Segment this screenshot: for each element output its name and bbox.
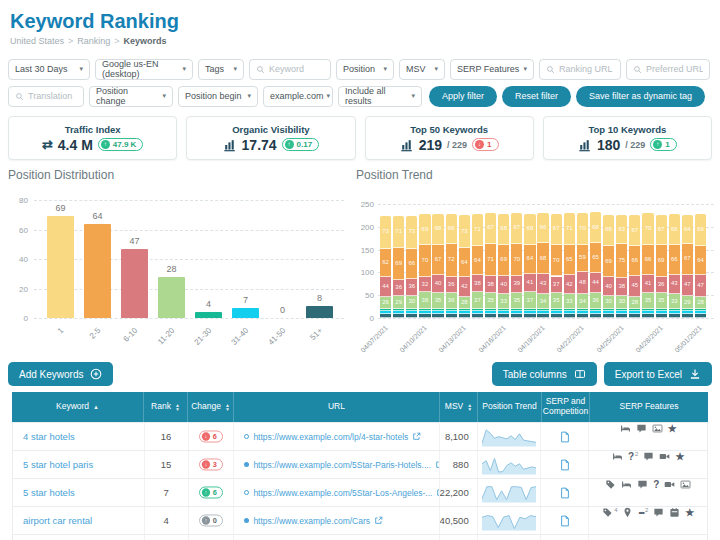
- column-header-serp-features[interactable]: SERP Features: [590, 392, 708, 422]
- trend-bar-segment[interactable]: [551, 314, 562, 318]
- include-results-select[interactable]: Include all results▾: [338, 86, 422, 107]
- trend-bar-segment[interactable]: [419, 314, 430, 318]
- trend-bar-segment[interactable]: 35: [485, 293, 496, 309]
- trend-bar-segment[interactable]: [419, 311, 430, 314]
- trend-bar-segment[interactable]: 66: [446, 214, 457, 244]
- trend-bar-segment[interactable]: 32: [419, 277, 430, 292]
- trend-bar-segment[interactable]: 71: [393, 216, 404, 248]
- trend-bar-segment[interactable]: 37: [551, 277, 562, 294]
- trend-bar-segment[interactable]: [446, 311, 457, 314]
- trend-bar-segment[interactable]: 73: [380, 216, 391, 249]
- trend-bar-segment[interactable]: 71: [564, 213, 575, 245]
- trend-bar-segment[interactable]: [485, 309, 496, 311]
- trend-bar-segment[interactable]: [629, 314, 640, 318]
- trend-bar-segment[interactable]: [669, 314, 680, 318]
- trend-bar-segment[interactable]: [577, 314, 588, 318]
- trend-bar-segment[interactable]: [629, 309, 640, 311]
- trend-bar-segment[interactable]: [577, 309, 588, 311]
- trend-bar-segment[interactable]: 36: [393, 280, 404, 296]
- trend-bar-segment[interactable]: 69: [603, 246, 614, 277]
- trend-bar-segment[interactable]: 40: [432, 275, 443, 293]
- trend-bar-segment[interactable]: [537, 309, 548, 311]
- trend-bar-segment[interactable]: [459, 311, 470, 314]
- trend-bar-segment[interactable]: [642, 309, 653, 311]
- trend-bar-segment[interactable]: 35: [642, 293, 653, 309]
- trend-bar-segment[interactable]: 75: [616, 244, 627, 278]
- trend-bar-segment[interactable]: [472, 314, 483, 318]
- keyword-link[interactable]: 5 star hotel paris: [23, 459, 93, 470]
- url-link[interactable]: https://www.example.com/5Star-Paris-Hote…: [253, 460, 431, 470]
- breadcrumb-item-ranking[interactable]: Ranking: [77, 36, 110, 46]
- trend-bar-segment[interactable]: 68: [524, 214, 535, 245]
- trend-bar-segment[interactable]: 41: [642, 275, 653, 294]
- reset-filter-button[interactable]: Reset filter: [502, 86, 571, 107]
- trend-bar-segment[interactable]: 38: [472, 275, 483, 292]
- trend-bar-segment[interactable]: 66: [629, 246, 640, 276]
- trend-bar-segment[interactable]: 69: [498, 245, 509, 276]
- trend-bar-segment[interactable]: 71: [485, 244, 496, 276]
- trend-bar-segment[interactable]: 30: [603, 296, 614, 310]
- trend-bar-segment[interactable]: 66: [537, 213, 548, 243]
- keyword-link[interactable]: airport car rental: [23, 515, 92, 526]
- trend-bar-segment[interactable]: 64: [459, 248, 470, 277]
- trend-bar-segment[interactable]: [695, 314, 706, 318]
- trend-bar-segment[interactable]: [419, 309, 430, 311]
- column-header-url[interactable]: URL: [234, 392, 440, 422]
- trend-bar-segment[interactable]: [498, 314, 509, 318]
- serp-features-select[interactable]: SERP Features▾: [450, 59, 534, 80]
- column-header-msv[interactable]: MSV▲▼: [440, 392, 478, 422]
- trend-bar-segment[interactable]: [511, 309, 522, 311]
- position-begin-select[interactable]: Position begin▾: [178, 86, 258, 107]
- search-engine-select[interactable]: Google us-EN (desktop)▾: [95, 59, 193, 80]
- serp-report-icon[interactable]: [559, 515, 571, 527]
- trend-bar-segment[interactable]: [406, 314, 417, 318]
- trend-bar-segment[interactable]: 68: [498, 214, 509, 245]
- trend-bar-segment[interactable]: 36: [406, 279, 417, 295]
- trend-bar-segment[interactable]: 33: [669, 294, 680, 309]
- trend-bar-segment[interactable]: 67: [656, 215, 667, 246]
- trend-bar-segment[interactable]: [524, 314, 535, 318]
- trend-bar-segment[interactable]: [485, 311, 496, 314]
- trend-bar-segment[interactable]: [656, 309, 667, 311]
- trend-bar-segment[interactable]: 69: [393, 248, 404, 279]
- trend-bar-segment[interactable]: 45: [629, 276, 640, 297]
- trend-bar-segment[interactable]: 68: [590, 212, 601, 243]
- trend-bar-segment[interactable]: 38: [419, 292, 430, 309]
- trend-bar-segment[interactable]: 66: [669, 245, 680, 275]
- trend-bar-segment[interactable]: 42: [564, 275, 575, 294]
- trend-bar-segment[interactable]: 68: [537, 243, 548, 274]
- trend-bar-segment[interactable]: 66: [642, 245, 653, 275]
- trend-bar-segment[interactable]: [590, 311, 601, 314]
- preferred-url-search[interactable]: [646, 64, 703, 74]
- trend-bar-segment[interactable]: [629, 311, 640, 314]
- trend-bar-segment[interactable]: 33: [564, 294, 575, 309]
- trend-bar-segment[interactable]: 73: [406, 216, 417, 249]
- trend-bar-segment[interactable]: 43: [537, 274, 548, 294]
- trend-bar-segment[interactable]: 69: [695, 214, 706, 245]
- trend-bar-segment[interactable]: 47: [682, 275, 693, 296]
- trend-bar-segment[interactable]: 28: [629, 297, 640, 310]
- column-header-position-trend[interactable]: Position Trend: [478, 392, 542, 422]
- trend-bar-segment[interactable]: [393, 314, 404, 318]
- trend-bar-segment[interactable]: 33: [498, 294, 509, 309]
- trend-bar-segment[interactable]: [564, 314, 575, 318]
- save-filter-button[interactable]: Save filter as dynamic tag: [576, 86, 705, 107]
- trend-bar-segment[interactable]: [406, 311, 417, 314]
- position-select[interactable]: Position▾: [336, 59, 394, 80]
- trend-bar-segment[interactable]: 28: [459, 297, 470, 310]
- trend-bar-segment[interactable]: 69: [419, 214, 430, 245]
- keyword-link[interactable]: 5 star hotels: [23, 487, 75, 498]
- trend-bar-segment[interactable]: 71: [472, 214, 483, 246]
- serp-report-icon[interactable]: [559, 459, 571, 471]
- trend-bar-segment[interactable]: 44: [590, 273, 601, 293]
- trend-bar-segment[interactable]: 38: [616, 278, 627, 295]
- date-range-select[interactable]: Last 30 Days▾: [8, 59, 90, 80]
- trend-bar-segment[interactable]: 65: [564, 245, 575, 275]
- trend-bar-segment[interactable]: 70: [642, 213, 653, 245]
- distribution-bar[interactable]: [158, 277, 185, 318]
- trend-bar-segment[interactable]: [564, 309, 575, 311]
- trend-bar-segment[interactable]: [682, 309, 693, 311]
- trend-bar-segment[interactable]: 29: [682, 296, 693, 309]
- trend-bar-segment[interactable]: [380, 309, 391, 311]
- trend-bar-segment[interactable]: 30: [616, 296, 627, 310]
